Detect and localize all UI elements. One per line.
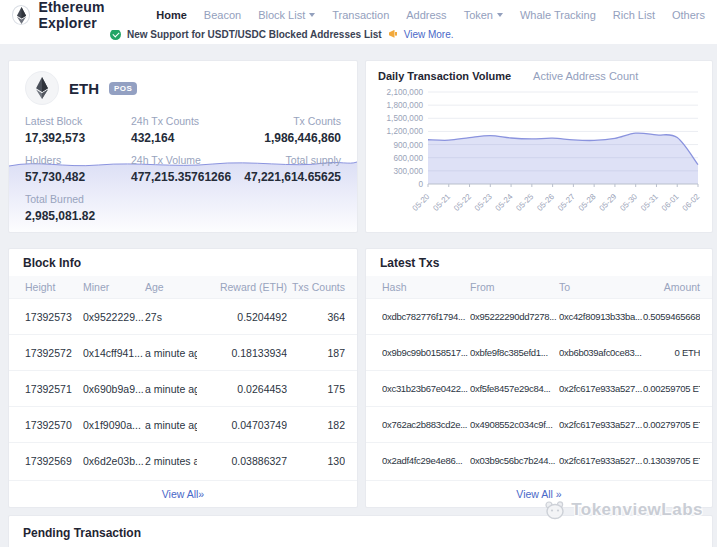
tx-hash-link[interactable]: 0xc31b23b67e0422... [382,383,470,394]
block-age: a minute ago [145,383,197,395]
tx-row: 0xdbc782776f1794... 0x95222290dd7278... … [366,298,712,334]
miner-link[interactable]: 0x9522229... [83,311,145,323]
miner-link[interactable]: 0x690b9a9... [83,383,145,395]
tx-from-link[interactable]: 0x95222290dd7278... [470,311,559,322]
svg-text:05-23: 05-23 [473,192,494,213]
block-reward: 0.04703749 [197,419,287,431]
eth-coin-icon [25,71,59,105]
nav-rich-list[interactable]: Rich List [613,9,655,21]
col-age[interactable]: Age [145,281,197,293]
block-height-link[interactable]: 17392570 [25,419,83,431]
block-reward: 0.5204492 [197,311,287,323]
svg-text:05-26: 05-26 [535,192,556,213]
tx-from-link[interactable]: 0x4908552c034c9f... [470,419,559,430]
tx-to-link[interactable]: 0x2fc617e933a527... [559,455,643,466]
coin-name: ETH [69,80,99,97]
tx-from-link[interactable]: 0x03b9c56bc7b244... [470,455,559,466]
svg-text:300,000: 300,000 [393,167,423,176]
svg-text:2,100,000: 2,100,000 [387,88,424,97]
block-txs: 182 [287,419,345,431]
block-txs: 175 [287,383,345,395]
svg-text:05-29: 05-29 [597,192,618,213]
svg-text:05-24: 05-24 [494,192,515,213]
nav-beacon[interactable]: Beacon [204,9,241,21]
svg-text:1,500,000: 1,500,000 [387,114,424,123]
coin-header: ETH POS [25,71,341,105]
check-circle-icon [110,30,121,40]
block-height-link[interactable]: 17392573 [25,311,83,323]
svg-text:0: 0 [418,180,423,189]
tx-hash-link[interactable]: 0x2adf4fc29e4e86... [382,455,470,466]
stat-value: 57,730,482 [25,170,131,184]
col-from: From [470,281,559,293]
miner-link[interactable]: 0x14cff941... [83,347,145,359]
blocks-view-all-link[interactable]: View All» [9,480,357,507]
nav-block-list[interactable]: Block List [258,9,315,21]
tokenview-logo-icon [544,500,566,520]
tokenview-watermark: TokenviewLabs [544,500,703,520]
latest-txs-card: Latest Txs Hash From To Amount 0xdbc7827… [365,248,713,508]
tx-hash-link[interactable]: 0x762ac2b883cd2e... [382,419,470,430]
tab-active-address-count[interactable]: Active Address Count [533,70,638,82]
col-hash: Hash [382,281,470,293]
tx-to-link[interactable]: 0xb6b039afc0ce83... [559,347,643,358]
ethereum-logo-icon [12,5,30,25]
latest-txs-header: Hash From To Amount [366,276,712,298]
stat-value: 2,985,081.82 [25,209,95,223]
stat-value: 1,986,446,860 [264,131,341,145]
tx-hash-link[interactable]: 0xdbc782776f1794... [382,311,470,322]
svg-text:06-01: 06-01 [660,192,681,213]
block-row: 17392573 0x9522229... 27s 0.5204492 364 [9,298,357,334]
block-row: 17392572 0x14cff941... a minute ago 0.18… [9,334,357,370]
block-txs: 187 [287,347,345,359]
tx-amount: 0 ETH [643,347,700,358]
announcement-text: New Support for USDT/USDC Blocked Addres… [127,30,382,40]
stat-value: 17,392,573 [25,131,131,145]
col-to: To [559,281,643,293]
block-height-link[interactable]: 17392572 [25,347,83,359]
svg-text:05-21: 05-21 [431,192,452,213]
nav-whale-tracking[interactable]: Whale Tracking [520,9,596,21]
tx-hash-link[interactable]: 0x9b9c99b0158517... [382,347,470,358]
stat-label: Latest Block [25,115,131,127]
nav-address[interactable]: Address [406,9,446,21]
brand[interactable]: Ethereum Explorer [12,0,156,31]
chart-tabs: Daily Transaction Volume Active Address … [378,70,700,82]
nav-others[interactable]: Others [672,9,705,21]
daily-volume-chart-card: Daily Transaction Volume Active Address … [365,60,713,233]
tx-to-link[interactable]: 0x2fc617e933a527... [559,383,643,394]
svg-text:06-02: 06-02 [681,192,702,213]
latest-txs-title: Latest Txs [366,249,712,276]
col-txs-counts: Txs Counts [287,281,345,293]
tx-row: 0xc31b23b67e0422... 0xf5fe8457e29c84... … [366,370,712,406]
svg-text:900,000: 900,000 [393,141,423,150]
nav-home[interactable]: Home [156,9,187,21]
miner-link[interactable]: 0x1f9090a... [83,419,145,431]
tab-daily-transaction-volume[interactable]: Daily Transaction Volume [378,70,511,82]
svg-text:05-27: 05-27 [556,192,577,213]
tx-row: 0x762ac2b883cd2e... 0x4908552c034c9f... … [366,406,712,442]
view-more-link[interactable]: View More. [404,30,454,40]
block-reward: 0.18133934 [197,347,287,359]
col-reward: Reward (ETH) [197,281,287,293]
block-height-link[interactable]: 17392569 [25,455,83,467]
svg-text:05-30: 05-30 [618,192,639,213]
svg-text:05-20: 05-20 [411,192,432,213]
tx-to-link[interactable]: 0xc42f80913b33ba... [559,311,643,322]
watermark-text: TokenviewLabs [571,500,703,520]
transaction-volume-area-chart[interactable]: 0300,000600,000900,0001,200,0001,500,000… [378,84,702,222]
stat-label: Total supply [244,154,341,166]
block-height-link[interactable]: 17392571 [25,383,83,395]
block-info-card: Block Info Height Miner Age Reward (ETH)… [8,248,358,508]
col-miner: Miner [83,281,145,293]
tx-from-link[interactable]: 0xf5fe8457e29c84... [470,383,559,394]
chevron-down-icon [309,13,315,17]
nav-token[interactable]: Token [464,9,503,21]
tx-to-link[interactable]: 0x2fc617e933a527... [559,419,643,430]
tx-from-link[interactable]: 0xbfe9f8c385efd1... [470,347,559,358]
nav-transaction[interactable]: Transaction [332,9,389,21]
block-age: a minute ago [145,347,197,359]
col-height: Height [25,281,83,293]
chevron-down-icon [497,13,503,17]
miner-link[interactable]: 0x6d2e03b... [83,455,145,467]
